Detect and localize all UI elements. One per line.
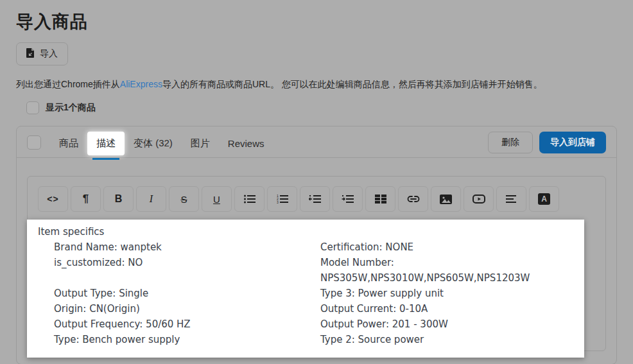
editor-toolbar: <> ¶ B I S U 123 [38, 186, 595, 212]
description-editor: <> ¶ B I S U 123 [27, 176, 606, 351]
spec-item: Output Power: 201 - 300W [320, 316, 584, 332]
spec-row: Brand Name: wanptek Certification: NONE [54, 239, 584, 255]
import-button-label: 导入 [40, 48, 58, 60]
spec-item: Model Number: NPS305W,NPS3010W,NPS605W,N… [320, 255, 584, 286]
spec-item: Type 3: Power supply unit [320, 286, 584, 301]
card-header: 商品 描述 变体 (32) 图片 Reviews 删除 导入到店铺 [17, 126, 616, 158]
tab-bar: 商品 描述 变体 (32) 图片 Reviews [50, 132, 273, 157]
link-icon[interactable] [398, 186, 428, 212]
svg-text:3: 3 [277, 200, 279, 204]
spec-row: Type: Bench power supply Type 2: Source … [54, 332, 584, 347]
spec-item: Origin: CN(Origin) [54, 301, 320, 316]
page-title: 导入商品 [16, 10, 617, 33]
underline-icon[interactable]: U [202, 186, 232, 212]
product-card: 商品 描述 变体 (32) 图片 Reviews 删除 导入到店铺 <> ¶ B… [16, 126, 617, 364]
spec-row: Output Type: Single Type 3: Power supply… [54, 286, 584, 301]
ordered-list-icon[interactable]: 123 [267, 186, 297, 212]
aliexpress-link[interactable]: AliExpress [120, 79, 162, 89]
indent-icon[interactable] [333, 186, 363, 212]
show-products-row: 显示1个商品 [26, 101, 617, 114]
paragraph-icon[interactable]: ¶ [71, 186, 101, 212]
editor-content-spotlight[interactable]: Item specifics Brand Name: wanptek Certi… [27, 220, 584, 358]
spec-item: is_customized: NO [54, 255, 320, 286]
spec-item: Type 2: Source power [320, 332, 584, 347]
import-to-store-button[interactable]: 导入到店铺 [539, 132, 606, 153]
image-icon[interactable] [431, 186, 461, 212]
spec-list: Brand Name: wanptek Certification: NONE … [38, 239, 584, 347]
bold-icon[interactable]: B [103, 186, 134, 212]
video-icon[interactable] [464, 186, 494, 212]
spec-row: is_customized: NO Model Number: NPS305W,… [54, 255, 584, 286]
intro-before-link: 列出您通过Chrome插件从 [16, 79, 120, 89]
spec-item: Output Frequency: 50/60 HZ [54, 316, 320, 332]
tab-reviews[interactable]: Reviews [219, 132, 273, 155]
spec-item: Output Type: Single [54, 286, 320, 301]
spec-item: Certification: NONE [320, 239, 584, 255]
card-actions: 删除 导入到店铺 [488, 132, 606, 153]
spec-item: Type: Bench power supply [54, 332, 320, 347]
intro-after-link: 导入的所有商品或商品URL。 您可以在此处编辑商品信息，然后再将其添加到店铺并开… [162, 79, 542, 89]
align-icon[interactable] [496, 186, 526, 212]
tab-variants[interactable]: 变体 (32) [125, 132, 182, 155]
code-icon[interactable]: <> [38, 186, 68, 212]
tab-description[interactable]: 描述 [87, 132, 125, 155]
tab-images[interactable]: 图片 [182, 132, 219, 155]
show-products-label: 显示1个商品 [46, 102, 96, 114]
font-background-icon[interactable]: A [529, 186, 559, 212]
outdent-icon[interactable] [300, 186, 330, 212]
strikethrough-icon[interactable]: S [169, 186, 199, 212]
spec-row: Origin: CN(Origin) Output Current: 0-10A [54, 301, 584, 316]
italic-icon[interactable]: I [136, 186, 166, 212]
bullet-list-icon[interactable] [234, 186, 264, 212]
tab-product[interactable]: 商品 [50, 132, 87, 155]
intro-text: 列出您通过Chrome插件从AliExpress导入的所有商品或商品URL。 您… [16, 79, 617, 91]
item-specifics-heading: Item specifics [38, 224, 584, 239]
table-icon[interactable] [365, 186, 395, 212]
show-products-checkbox[interactable] [26, 101, 39, 114]
import-file-icon [26, 48, 35, 60]
import-button[interactable]: 导入 [16, 42, 68, 65]
spec-row: Output Frequency: 50/60 HZ Output Power:… [54, 316, 584, 332]
import-products-page: 导入商品 导入 列出您通过Chrome插件从AliExpress导入的所有商品或… [0, 0, 633, 364]
spec-item: Brand Name: wanptek [54, 239, 320, 255]
select-product-checkbox[interactable] [27, 135, 41, 150]
spec-item: Output Current: 0-10A [320, 301, 584, 316]
delete-button[interactable]: 删除 [488, 132, 533, 153]
